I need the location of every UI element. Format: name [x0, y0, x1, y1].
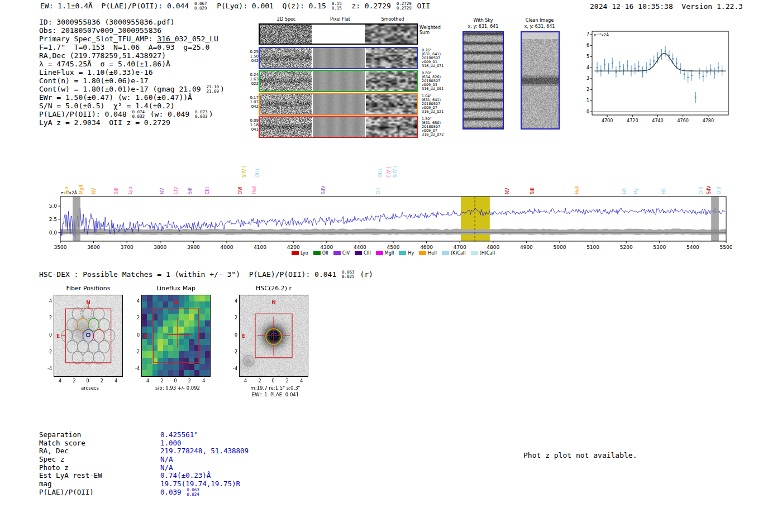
svg-text:4760: 4760	[677, 118, 688, 123]
match-table-row: RA, Dec219.778248, 51.438809	[39, 447, 249, 456]
twod-smoothed-image	[366, 117, 417, 137]
weighted-sum-2d-image	[260, 25, 312, 44]
match-row-value: N/A	[160, 464, 173, 472]
twod-smoothed-image	[366, 48, 417, 68]
info-line: ID: 3000955836 (3000955836.pdf)	[39, 18, 225, 26]
panel-overlay: NE	[54, 295, 122, 376]
match-row-label: Est LyA rest-EW	[39, 472, 160, 480]
info-line: LineFlux = 1.10(±0.33)e-16	[39, 68, 225, 76]
svg-text:5300: 5300	[653, 245, 666, 250]
legend-item: (H)CaII	[471, 251, 495, 256]
svg-text:4700: 4700	[454, 245, 466, 250]
weighted-sum-smoothed-image	[365, 25, 417, 44]
svg-text:SiII: SiII	[114, 188, 119, 194]
with-sky-image	[464, 32, 503, 128]
svg-text:3900: 3900	[187, 245, 200, 250]
svg-text:3500: 3500	[54, 245, 67, 250]
svg-text:4500: 4500	[387, 245, 400, 250]
svg-text:4600: 4600	[420, 245, 433, 250]
y-tick-label: 0	[37, 333, 52, 338]
match-row-value: 0.74(±0.23)Å	[160, 472, 211, 480]
text-segment: )	[209, 110, 213, 118]
svg-text:4: 4	[586, 65, 589, 70]
twod-2d-spec-image	[260, 94, 312, 114]
svg-text:OII (: OII (	[255, 168, 260, 178]
y-tick-label: 2	[222, 315, 237, 320]
report-timestamp: 2024-12-16 10:35:38 Version 1.22.3	[590, 2, 743, 11]
y-tick-label: 4	[37, 299, 52, 304]
svg-text:3700: 3700	[121, 245, 133, 250]
info-line: LyA z = 2.9034 OII z = 0.2729	[39, 118, 225, 127]
svg-text:5400: 5400	[686, 245, 699, 250]
match-row-label: Match score	[39, 439, 160, 448]
info-line: F=1.7" T=0.153 N=1.06 A=0.93 g=25.0	[39, 43, 225, 51]
legend-label: HeII	[428, 251, 437, 256]
text-segment: λ = 4745.25Å σ = 5.40(±1.86)Å	[39, 60, 170, 68]
info-line: Cont(n) = 1.80(±0.06)e-17	[39, 76, 225, 85]
twod-2d-spec-image	[260, 117, 312, 137]
twod-row-right-labels: 0.80"(634, 826)20180507v009_03316_LU_091	[422, 71, 452, 91]
svg-text:1: 1	[586, 98, 589, 103]
match-row-value: 0.425561"	[160, 431, 198, 439]
legend-label: (H)CaII	[480, 251, 495, 256]
svg-text:SiII: SiII	[188, 188, 193, 194]
neighbor-source-circle	[244, 356, 254, 366]
svg-text:4000: 4000	[221, 245, 233, 250]
svg-text:Lyα: Lyα	[128, 186, 133, 194]
weighted-sum-label: Weighted Sum	[419, 26, 445, 35]
svg-text:N: N	[271, 300, 276, 305]
svg-text:5200: 5200	[620, 245, 633, 250]
svg-text:CIV (: CIV (	[387, 167, 392, 178]
svg-text:E: E	[56, 333, 60, 339]
text-segment: P(LAE)/P(OII): 0.048	[39, 110, 131, 118]
svg-text:NV: NV	[505, 188, 510, 194]
text-segment: 0.93	[157, 43, 174, 51]
svg-text:4900: 4900	[520, 245, 533, 250]
match-row-label: Photo z	[39, 464, 160, 472]
svg-text:OVI: OVI	[238, 186, 243, 194]
stacked-uncertainty: 0.0730.033	[195, 110, 208, 119]
weighted-sum-strip	[259, 23, 418, 45]
svg-text:5100: 5100	[586, 245, 599, 250]
match-table-row: Match score1.000	[39, 439, 249, 448]
svg-text:2.5: 2.5	[49, 217, 57, 222]
match-row-value: 219.778248, 51.438809	[160, 447, 249, 456]
text-segment: N	[113, 43, 118, 51]
svg-text:Lyα: Lyα	[64, 186, 69, 194]
text-segment: )	[220, 85, 225, 93]
svg-text:Hβ: Hβ	[661, 188, 666, 194]
panel-title: Lineflux Map	[141, 285, 211, 292]
svg-text:4740: 4740	[652, 118, 663, 123]
text-segment: g=25.0	[175, 43, 210, 51]
svg-text:OIII: OIII	[699, 187, 704, 194]
text-segment: RA,Dec (219.778259,51.438927)	[39, 51, 166, 60]
svg-text:N: N	[174, 300, 178, 305]
info-line: Obs: 20180507v009_3000955836	[39, 26, 225, 35]
twod-2d-spec-image	[260, 71, 312, 91]
info-line: P(LAE)/P(OII): 0.048 0.0740.032 (w: 0.04…	[39, 110, 225, 118]
match-row-label: RA, Dec	[39, 447, 160, 456]
match-table-row: P(LAE)/P(OII)0.039 0.0630.024	[39, 488, 249, 497]
stacked-uncertainty: 0.0740.032	[132, 110, 145, 119]
legend-label: (K)CaII	[451, 251, 466, 256]
match-table-row: Photo zN/A	[39, 464, 249, 472]
text-segment: P(Lyα): 0.001 Q(z): 0.15	[208, 2, 331, 10]
x-tick-label: 0	[170, 378, 180, 384]
svg-text:OII: OII	[376, 188, 381, 194]
twod-pixel-flat-image	[313, 117, 365, 137]
twod-pixel-flat-image	[313, 48, 365, 68]
svg-text:SiII: SiII	[530, 188, 535, 194]
panel-caption: s/b: 0.93 +/- 0.092	[125, 385, 231, 391]
twod-row-left-labels: 0.241.63022	[245, 73, 259, 86]
y-tick-label: 2	[37, 315, 52, 320]
text-segment: N/A	[160, 463, 173, 472]
svg-text:4200: 4200	[287, 245, 300, 250]
twod-pixel-flat-image	[313, 71, 365, 91]
svg-text:4800: 4800	[487, 245, 499, 250]
y-tick-label: -2	[125, 349, 140, 354]
svg-text:0.0: 0.0	[49, 230, 58, 236]
emission-line-markers: LyαMgIINVSiIILyαNVCIVSiIICIIIOVISiIV (He…	[64, 166, 722, 194]
legend-swatch-icon	[399, 251, 406, 255]
text-segment: EWr = 1.50(±0.47) (w: 1.60(±0.47))Å	[39, 93, 192, 102]
svg-text:CIII: CIII	[205, 187, 210, 194]
